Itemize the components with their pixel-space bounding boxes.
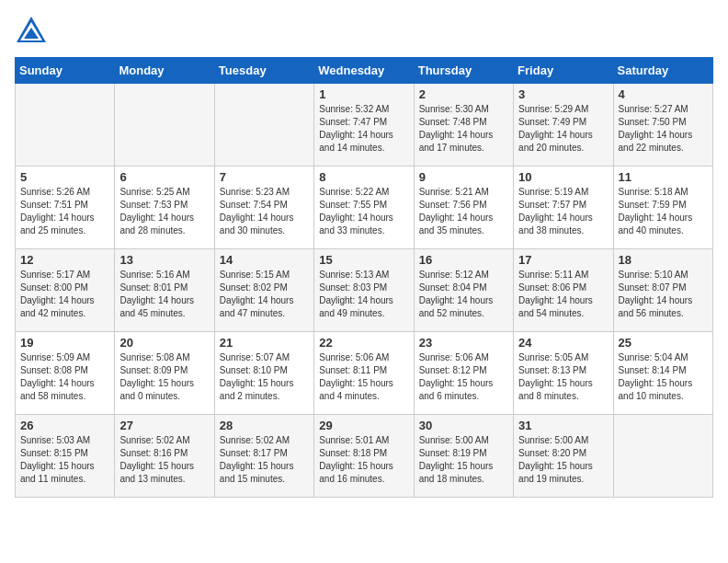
day-info: Sunrise: 5:27 AM Sunset: 7:50 PM Dayligh…	[619, 103, 708, 155]
calendar-cell: 10Sunrise: 5:19 AM Sunset: 7:57 PM Dayli…	[514, 167, 613, 249]
calendar-cell: 16Sunrise: 5:12 AM Sunset: 8:04 PM Dayli…	[414, 249, 513, 332]
day-number: 25	[619, 336, 708, 350]
calendar-cell: 3Sunrise: 5:29 AM Sunset: 7:49 PM Daylig…	[514, 84, 613, 167]
calendar-cell: 25Sunrise: 5:04 AM Sunset: 8:14 PM Dayli…	[613, 332, 712, 415]
calendar-cell: 9Sunrise: 5:21 AM Sunset: 7:56 PM Daylig…	[414, 167, 513, 249]
calendar-cell: 6Sunrise: 5:25 AM Sunset: 7:53 PM Daylig…	[115, 167, 214, 249]
day-number: 30	[419, 419, 508, 432]
day-number: 26	[20, 419, 109, 432]
calendar-cell: 26Sunrise: 5:03 AM Sunset: 8:15 PM Dayli…	[16, 415, 115, 498]
day-number: 8	[319, 170, 408, 184]
day-number: 13	[119, 253, 209, 267]
week-row-4: 19Sunrise: 5:09 AM Sunset: 8:08 PM Dayli…	[16, 332, 713, 415]
day-number: 2	[419, 87, 508, 101]
day-number: 1	[319, 87, 408, 101]
day-info: Sunrise: 5:12 AM Sunset: 8:04 PM Dayligh…	[419, 269, 508, 320]
day-number: 7	[220, 170, 309, 184]
calendar-header: SundayMondayTuesdayWednesdayThursdayFrid…	[16, 58, 713, 84]
calendar-cell: 12Sunrise: 5:17 AM Sunset: 8:00 PM Dayli…	[16, 249, 115, 332]
day-info: Sunrise: 5:17 AM Sunset: 8:00 PM Dayligh…	[20, 269, 109, 320]
logo-icon	[15, 15, 48, 48]
header-day-monday: Monday	[115, 58, 214, 84]
calendar-cell: 28Sunrise: 5:02 AM Sunset: 8:17 PM Dayli…	[214, 415, 313, 498]
day-number: 17	[518, 253, 608, 267]
day-number: 18	[619, 253, 708, 267]
day-number: 12	[20, 253, 109, 267]
day-info: Sunrise: 5:19 AM Sunset: 7:57 PM Dayligh…	[518, 186, 608, 237]
day-info: Sunrise: 5:08 AM Sunset: 8:09 PM Dayligh…	[119, 351, 209, 403]
calendar-body: 1Sunrise: 5:32 AM Sunset: 7:47 PM Daylig…	[16, 84, 713, 498]
calendar-cell: 31Sunrise: 5:00 AM Sunset: 8:20 PM Dayli…	[514, 415, 613, 498]
week-row-1: 1Sunrise: 5:32 AM Sunset: 7:47 PM Daylig…	[16, 84, 713, 167]
calendar-cell	[613, 415, 712, 498]
day-number: 10	[518, 170, 608, 184]
day-info: Sunrise: 5:15 AM Sunset: 8:02 PM Dayligh…	[220, 269, 309, 320]
day-number: 21	[220, 336, 309, 350]
day-info: Sunrise: 5:26 AM Sunset: 7:51 PM Dayligh…	[20, 186, 109, 237]
day-info: Sunrise: 5:25 AM Sunset: 7:53 PM Dayligh…	[119, 186, 209, 237]
day-number: 15	[319, 253, 408, 267]
day-number: 24	[518, 336, 608, 350]
day-info: Sunrise: 5:32 AM Sunset: 7:47 PM Dayligh…	[319, 103, 408, 155]
day-info: Sunrise: 5:22 AM Sunset: 7:55 PM Dayligh…	[319, 186, 408, 237]
day-info: Sunrise: 5:23 AM Sunset: 7:54 PM Dayligh…	[220, 186, 309, 237]
day-info: Sunrise: 5:05 AM Sunset: 8:13 PM Dayligh…	[518, 351, 608, 403]
day-info: Sunrise: 5:07 AM Sunset: 8:10 PM Dayligh…	[220, 351, 309, 403]
calendar-cell: 2Sunrise: 5:30 AM Sunset: 7:48 PM Daylig…	[414, 84, 513, 167]
day-info: Sunrise: 5:00 AM Sunset: 8:20 PM Dayligh…	[518, 434, 608, 486]
day-info: Sunrise: 5:09 AM Sunset: 8:08 PM Dayligh…	[20, 351, 109, 403]
calendar-cell: 24Sunrise: 5:05 AM Sunset: 8:13 PM Dayli…	[514, 332, 613, 415]
header-day-friday: Friday	[514, 58, 613, 84]
day-number: 4	[619, 87, 708, 101]
day-info: Sunrise: 5:29 AM Sunset: 7:49 PM Dayligh…	[518, 103, 608, 155]
day-number: 22	[319, 336, 408, 350]
day-number: 20	[119, 336, 209, 350]
calendar-cell: 29Sunrise: 5:01 AM Sunset: 8:18 PM Dayli…	[314, 415, 414, 498]
calendar-cell: 8Sunrise: 5:22 AM Sunset: 7:55 PM Daylig…	[314, 167, 414, 249]
calendar-cell: 1Sunrise: 5:32 AM Sunset: 7:47 PM Daylig…	[314, 84, 414, 167]
calendar-cell: 30Sunrise: 5:00 AM Sunset: 8:19 PM Dayli…	[414, 415, 513, 498]
header-day-sunday: Sunday	[16, 58, 115, 84]
header-day-tuesday: Tuesday	[214, 58, 313, 84]
calendar-cell: 13Sunrise: 5:16 AM Sunset: 8:01 PM Dayli…	[115, 249, 214, 332]
day-number: 28	[220, 419, 309, 432]
day-number: 31	[518, 419, 608, 432]
day-info: Sunrise: 5:06 AM Sunset: 8:12 PM Dayligh…	[419, 351, 508, 403]
day-number: 19	[20, 336, 109, 350]
calendar-cell: 17Sunrise: 5:11 AM Sunset: 8:06 PM Dayli…	[514, 249, 613, 332]
day-info: Sunrise: 5:01 AM Sunset: 8:18 PM Dayligh…	[319, 434, 408, 486]
day-number: 11	[619, 170, 708, 184]
header-row: SundayMondayTuesdayWednesdayThursdayFrid…	[16, 58, 713, 84]
calendar-cell: 27Sunrise: 5:02 AM Sunset: 8:16 PM Dayli…	[115, 415, 214, 498]
calendar-cell: 11Sunrise: 5:18 AM Sunset: 7:59 PM Dayli…	[613, 167, 712, 249]
day-info: Sunrise: 5:18 AM Sunset: 7:59 PM Dayligh…	[619, 186, 708, 237]
week-row-2: 5Sunrise: 5:26 AM Sunset: 7:51 PM Daylig…	[16, 167, 713, 249]
day-number: 9	[419, 170, 508, 184]
header-day-thursday: Thursday	[414, 58, 513, 84]
day-number: 29	[319, 419, 408, 432]
calendar-cell: 23Sunrise: 5:06 AM Sunset: 8:12 PM Dayli…	[414, 332, 513, 415]
day-number: 5	[20, 170, 109, 184]
day-number: 27	[119, 419, 209, 432]
calendar-table: SundayMondayTuesdayWednesdayThursdayFrid…	[15, 57, 713, 498]
day-number: 23	[419, 336, 508, 350]
calendar-cell: 4Sunrise: 5:27 AM Sunset: 7:50 PM Daylig…	[613, 84, 712, 167]
header-day-saturday: Saturday	[613, 58, 712, 84]
week-row-3: 12Sunrise: 5:17 AM Sunset: 8:00 PM Dayli…	[16, 249, 713, 332]
calendar-cell: 7Sunrise: 5:23 AM Sunset: 7:54 PM Daylig…	[214, 167, 313, 249]
day-info: Sunrise: 5:02 AM Sunset: 8:16 PM Dayligh…	[119, 434, 209, 486]
calendar-cell: 18Sunrise: 5:10 AM Sunset: 8:07 PM Dayli…	[613, 249, 712, 332]
calendar-cell: 21Sunrise: 5:07 AM Sunset: 8:10 PM Dayli…	[214, 332, 313, 415]
calendar-cell	[115, 84, 214, 167]
day-info: Sunrise: 5:03 AM Sunset: 8:15 PM Dayligh…	[20, 434, 109, 486]
day-info: Sunrise: 5:21 AM Sunset: 7:56 PM Dayligh…	[419, 186, 508, 237]
week-row-5: 26Sunrise: 5:03 AM Sunset: 8:15 PM Dayli…	[16, 415, 713, 498]
page-header	[15, 15, 713, 48]
day-info: Sunrise: 5:13 AM Sunset: 8:03 PM Dayligh…	[319, 269, 408, 320]
day-info: Sunrise: 5:02 AM Sunset: 8:17 PM Dayligh…	[220, 434, 309, 486]
logo	[15, 15, 51, 48]
day-info: Sunrise: 5:30 AM Sunset: 7:48 PM Dayligh…	[419, 103, 508, 155]
calendar-cell: 14Sunrise: 5:15 AM Sunset: 8:02 PM Dayli…	[214, 249, 313, 332]
calendar-cell: 5Sunrise: 5:26 AM Sunset: 7:51 PM Daylig…	[16, 167, 115, 249]
calendar-cell	[214, 84, 313, 167]
